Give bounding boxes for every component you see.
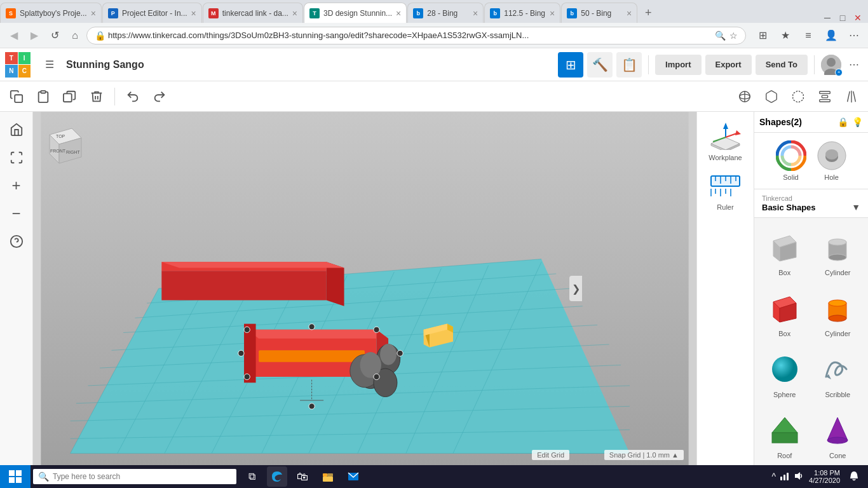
search-box[interactable]: 🔍 bbox=[33, 469, 236, 484]
tab-bing-50[interactable]: b 50 - Bing × bbox=[561, 3, 637, 23]
close-button[interactable]: ✕ bbox=[853, 13, 863, 23]
lightbulb-icon[interactable]: 💡 bbox=[852, 117, 863, 127]
user-avatar[interactable]: + bbox=[821, 55, 841, 75]
svg-marker-112 bbox=[772, 417, 797, 433]
volume-icon[interactable] bbox=[794, 471, 804, 483]
clock[interactable]: 1:08 PM 4/27/2020 bbox=[809, 469, 840, 484]
redo-button[interactable] bbox=[148, 85, 171, 108]
home-sidebar-button[interactable] bbox=[4, 117, 29, 142]
mail-icon[interactable] bbox=[343, 466, 363, 487]
maximize-button[interactable]: □ bbox=[837, 13, 848, 23]
tab-tinkercad-link[interactable]: M tinkercad link - da... × bbox=[203, 3, 303, 23]
tab-close-5[interactable]: × bbox=[473, 8, 478, 18]
shape-gray-cylinder[interactable]: Cylinder bbox=[813, 223, 864, 281]
forward-button[interactable]: ▶ bbox=[25, 27, 43, 44]
edit-grid-info[interactable]: Edit Grid bbox=[532, 450, 569, 460]
align-tool-button[interactable] bbox=[813, 85, 836, 108]
collections-icon[interactable]: ≡ bbox=[799, 27, 817, 44]
home-button[interactable]: ⌂ bbox=[66, 27, 84, 44]
search-input[interactable] bbox=[53, 472, 231, 481]
hole-label: Hole bbox=[824, 173, 839, 181]
new-tab-button[interactable]: + bbox=[638, 3, 658, 23]
back-button[interactable]: ◀ bbox=[5, 27, 23, 44]
blueprint-view-button[interactable]: 📋 bbox=[616, 52, 642, 78]
zoom-out-button[interactable]: − bbox=[4, 201, 29, 226]
tab-close-1[interactable]: × bbox=[91, 8, 96, 18]
tab-project-editor[interactable]: P Project Editor - In... × bbox=[102, 3, 202, 23]
tab-bing-112[interactable]: b 112.5 - Bing × bbox=[484, 3, 560, 23]
svg-rect-122 bbox=[327, 473, 333, 477]
explorer-icon[interactable] bbox=[318, 466, 338, 487]
view-cube[interactable]: FRONT RIGHT TOP bbox=[43, 122, 88, 166]
tab-close-6[interactable]: × bbox=[550, 8, 555, 18]
more-menu-button[interactable]: ⋯ bbox=[845, 56, 863, 74]
tab-3d-design[interactable]: T 3D design Stunnin... × bbox=[304, 3, 407, 23]
copy-button[interactable] bbox=[5, 85, 28, 108]
address-bar[interactable]: 🔒 https://www.tinkercad.com/things/3DSoU… bbox=[86, 27, 746, 44]
edge-icon[interactable] bbox=[267, 466, 287, 487]
lock-icon[interactable]: 🔒 bbox=[837, 117, 848, 127]
shape-scribble[interactable]: Scribble bbox=[813, 345, 864, 403]
shape-purple-cone[interactable]: Cone bbox=[813, 406, 864, 464]
hole-type[interactable]: Hole bbox=[817, 140, 847, 181]
more-options-icon[interactable]: ⋯ bbox=[845, 27, 863, 44]
tab-close-3[interactable]: × bbox=[292, 8, 297, 18]
extensions-icon[interactable]: ⊞ bbox=[754, 27, 771, 44]
logo-cell-c: C bbox=[18, 65, 31, 78]
toolbar-divider bbox=[114, 88, 115, 105]
tab-close-2[interactable]: × bbox=[191, 8, 196, 18]
undo-button[interactable] bbox=[121, 85, 144, 108]
start-button[interactable] bbox=[0, 465, 31, 488]
minimize-button[interactable]: ─ bbox=[822, 13, 832, 23]
hammer-view-button[interactable]: 🔨 bbox=[587, 52, 613, 78]
shape-teal-sphere[interactable]: Sphere bbox=[759, 345, 810, 403]
category-provider: Tinkercad bbox=[762, 194, 860, 202]
hole-tool-button[interactable] bbox=[787, 85, 810, 108]
shapes-category[interactable]: Tinkercad Basic Shapes ▼ bbox=[754, 189, 868, 218]
search-icon[interactable]: 🔍 bbox=[715, 30, 726, 41]
workplane-tool[interactable]: Workplane bbox=[700, 119, 751, 161]
category-selector[interactable]: Basic Shapes ▼ bbox=[762, 202, 860, 212]
import-button[interactable]: Import bbox=[655, 55, 701, 75]
ruler-tool[interactable]: Ruler bbox=[700, 169, 751, 211]
help-button[interactable] bbox=[4, 229, 29, 254]
duplicate-button[interactable] bbox=[58, 85, 81, 108]
teal-sphere-icon bbox=[766, 350, 804, 388]
category-dropdown-icon[interactable]: ▼ bbox=[851, 202, 860, 212]
shape-gray-box[interactable]: Box bbox=[759, 223, 810, 281]
favorites-icon[interactable]: ★ bbox=[776, 27, 794, 44]
profile-icon[interactable]: 👤 bbox=[822, 27, 840, 44]
snap-grid-info[interactable]: Snap Grid | 1.0 mm ▲ bbox=[604, 450, 684, 460]
fit-view-button[interactable] bbox=[4, 145, 29, 170]
tab-splattyboy[interactable]: S Splattyboy's Proje... × bbox=[0, 3, 102, 23]
mirror-tool-button[interactable] bbox=[840, 85, 863, 108]
paste-button[interactable] bbox=[32, 85, 55, 108]
3d-viewport[interactable]: FRONT RIGHT TOP ❯ Edit Grid Snap Grid | … bbox=[33, 112, 696, 465]
chevron-icon[interactable]: ^ bbox=[771, 471, 776, 482]
tab-close-7[interactable]: × bbox=[627, 8, 632, 18]
grid-view-button[interactable]: ⊞ bbox=[558, 52, 583, 78]
store-icon[interactable]: 🛍 bbox=[292, 466, 313, 487]
hamburger-menu-button[interactable]: ☰ bbox=[38, 53, 61, 76]
panel-toggle-button[interactable]: ❯ bbox=[569, 276, 582, 301]
svg-point-53 bbox=[244, 327, 250, 332]
bookmark-icon[interactable]: ☆ bbox=[729, 30, 738, 41]
solid-type[interactable]: Solid bbox=[776, 140, 806, 181]
notification-button[interactable] bbox=[845, 468, 863, 485]
tab-close-4[interactable]: × bbox=[396, 8, 401, 18]
refresh-button[interactable]: ↺ bbox=[46, 27, 64, 44]
date-display: 4/27/2020 bbox=[809, 477, 840, 484]
shape-red-box[interactable]: Box bbox=[759, 284, 810, 342]
cube-tool-button[interactable] bbox=[760, 85, 783, 108]
shape-orange-cylinder[interactable]: Cylinder bbox=[813, 284, 864, 342]
send-to-button[interactable]: Send To bbox=[756, 55, 808, 75]
export-button[interactable]: Export bbox=[705, 55, 752, 75]
shape-green-roof[interactable]: Roof bbox=[759, 406, 810, 464]
network-icon[interactable] bbox=[780, 471, 790, 483]
delete-button[interactable] bbox=[85, 85, 108, 108]
zoom-in-button[interactable]: + bbox=[4, 173, 29, 198]
sphere-tool-button[interactable] bbox=[733, 85, 756, 108]
tab-bing-28[interactable]: b 28 - Bing × bbox=[407, 3, 484, 23]
task-view-icon[interactable]: ⧉ bbox=[241, 466, 262, 487]
tinkercad-logo[interactable]: T I N C bbox=[5, 52, 31, 78]
